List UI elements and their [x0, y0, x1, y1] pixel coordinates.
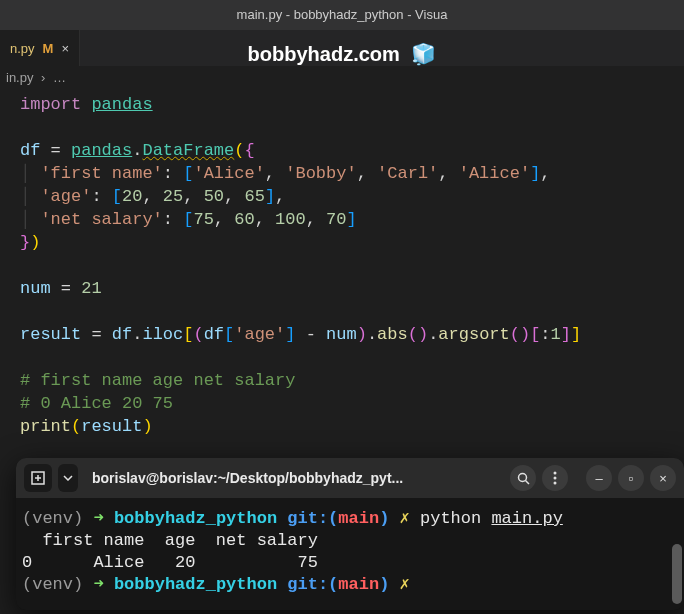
code-line: │ 'age': [20, 25, 50, 65],	[20, 185, 664, 208]
code-line: })	[20, 231, 664, 254]
plus-icon	[31, 471, 45, 485]
menu-button[interactable]	[542, 465, 568, 491]
code-line: df = pandas.DataFrame({	[20, 139, 664, 162]
search-button[interactable]	[510, 465, 536, 491]
svg-point-6	[554, 477, 557, 480]
svg-line-4	[525, 480, 529, 484]
breadcrumb-sep: ›	[41, 70, 45, 85]
new-tab-button[interactable]	[24, 464, 52, 492]
svg-point-3	[518, 473, 526, 481]
window-title-bar: main.py - bobbyhadz_python - Visua	[0, 0, 684, 30]
code-line: import pandas	[20, 93, 664, 116]
svg-point-7	[554, 482, 557, 485]
code-line: │ 'first name': ['Alice', 'Bobby', 'Carl…	[20, 162, 664, 185]
tab-bar: n.py M ×	[0, 30, 684, 66]
tab-main-py[interactable]: n.py M ×	[0, 30, 80, 66]
svg-point-5	[554, 472, 557, 475]
breadcrumb-more: …	[53, 70, 66, 85]
code-line	[20, 346, 664, 369]
terminal-line: (venv) ➜ bobbyhadz_python git:(main) ✗	[22, 574, 678, 596]
terminal-body[interactable]: (venv) ➜ bobbyhadz_python git:(main) ✗ p…	[16, 498, 684, 610]
minimize-button[interactable]: –	[586, 465, 612, 491]
kebab-icon	[553, 471, 557, 485]
tab-label: n.py	[10, 41, 35, 56]
code-line	[20, 254, 664, 277]
code-line: num = 21	[20, 277, 664, 300]
code-editor[interactable]: import pandas df = pandas.DataFrame({ │ …	[0, 89, 684, 442]
dropdown-button[interactable]	[58, 464, 78, 492]
maximize-button[interactable]: ▫	[618, 465, 644, 491]
terminal-line: 0 Alice 20 75	[22, 552, 678, 574]
chevron-down-icon	[63, 475, 73, 481]
code-line: # first name age net salary	[20, 369, 664, 392]
code-line	[20, 116, 664, 139]
maximize-icon: ▫	[629, 471, 634, 486]
terminal-line: (venv) ➜ bobbyhadz_python git:(main) ✗ p…	[22, 508, 678, 530]
close-icon: ×	[659, 471, 667, 486]
scrollbar[interactable]	[672, 544, 682, 604]
window-title: main.py - bobbyhadz_python - Visua	[237, 7, 448, 22]
search-icon	[517, 472, 530, 485]
terminal-line: first name age net salary	[22, 530, 678, 552]
terminal-title: borislav@borislav:~/Desktop/bobbyhadz_py…	[84, 470, 504, 486]
close-icon[interactable]: ×	[61, 41, 69, 56]
code-line: result = df.iloc[(df['age'] - num).abs()…	[20, 323, 664, 346]
code-line: print(result)	[20, 415, 664, 438]
close-button[interactable]: ×	[650, 465, 676, 491]
code-line: # 0 Alice 20 75	[20, 392, 664, 415]
minimize-icon: –	[595, 471, 602, 486]
breadcrumb[interactable]: in.py › …	[0, 66, 684, 89]
modified-indicator: M	[43, 41, 54, 56]
terminal-window: borislav@borislav:~/Desktop/bobbyhadz_py…	[16, 458, 684, 610]
terminal-header: borislav@borislav:~/Desktop/bobbyhadz_py…	[16, 458, 684, 498]
code-line: │ 'net salary': [75, 60, 100, 70]	[20, 208, 664, 231]
breadcrumb-file: in.py	[6, 70, 33, 85]
code-line	[20, 300, 664, 323]
